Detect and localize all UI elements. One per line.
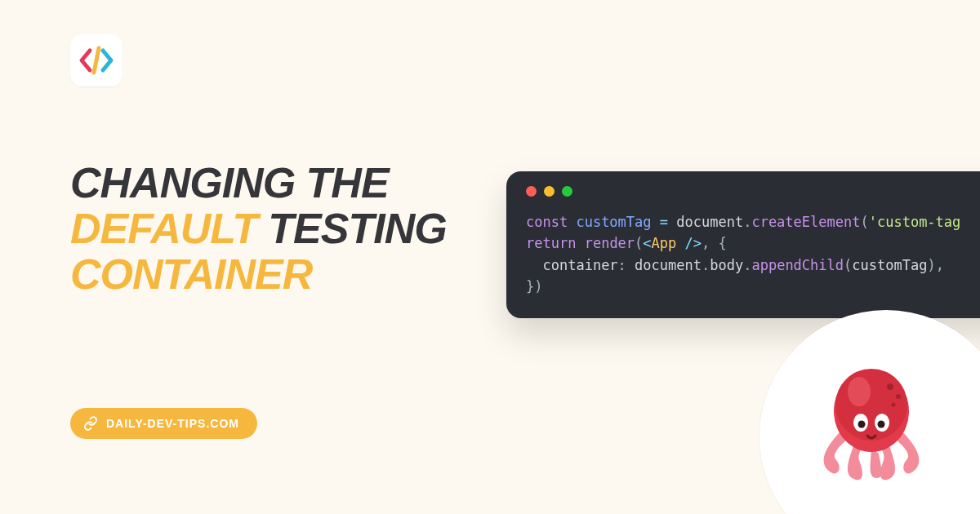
token-key: container	[542, 257, 617, 273]
site-link-label: DAILY-DEV-TIPS.COM	[106, 417, 239, 430]
token-string: 'custom-tag	[869, 214, 961, 230]
token-arg: customTag	[852, 257, 927, 273]
code-line-3: return render(<App />, {	[526, 233, 980, 254]
svg-point-4	[887, 383, 893, 390]
site-link[interactable]: DAILY-DEV-TIPS.COM	[70, 408, 257, 439]
token-function: createElement	[751, 214, 860, 230]
svg-point-3	[848, 377, 871, 406]
token-punct: (	[635, 235, 643, 251]
octopus-icon	[802, 348, 941, 486]
token-punct: , {	[702, 235, 727, 251]
code-brackets-icon	[78, 46, 114, 75]
code-preview-window: const customTag = document.createElement…	[506, 171, 980, 318]
svg-point-10	[878, 421, 885, 428]
title-word-5: container	[70, 250, 312, 298]
title-word-4: testing	[268, 205, 446, 252]
link-icon	[83, 416, 98, 431]
token-jsx: />	[685, 235, 702, 251]
token-operator: =	[660, 214, 676, 230]
page-title: Changing the default testing container	[70, 160, 462, 297]
title-word-1: Changing	[70, 159, 295, 206]
token-object: document	[635, 257, 702, 273]
svg-point-6	[892, 403, 896, 407]
token-punct: ),	[927, 257, 943, 273]
svg-point-9	[858, 421, 866, 428]
token-punct: (	[860, 214, 868, 230]
token-punct: })	[526, 278, 542, 295]
token-punct: .	[743, 257, 751, 273]
token-punct: .	[702, 257, 710, 273]
code-line-4: container: document.body.appendChild(cus…	[526, 255, 980, 276]
token-variable: customTag	[568, 214, 660, 230]
mascot-badge	[760, 310, 980, 514]
title-word-3: default	[70, 205, 257, 252]
site-logo	[70, 34, 122, 86]
token-keyword: return	[526, 235, 576, 251]
token-jsx: <	[643, 235, 651, 251]
token-punct: :	[618, 257, 635, 273]
token-jsx-name: App	[652, 235, 685, 251]
close-dot-icon	[526, 186, 537, 197]
title-word-2: the	[306, 159, 389, 206]
svg-point-2	[835, 369, 907, 441]
token-punct: (	[844, 257, 852, 273]
minimize-dot-icon	[544, 186, 555, 197]
token-indent	[526, 257, 542, 273]
token-function: render	[585, 235, 635, 251]
token-keyword: const	[526, 214, 568, 230]
token-function: appendChild	[751, 257, 844, 273]
token-punct: .	[743, 214, 751, 230]
svg-line-0	[94, 48, 99, 73]
token-object: document	[676, 214, 743, 230]
window-controls	[526, 186, 980, 197]
token-space	[576, 235, 584, 251]
zoom-dot-icon	[562, 186, 572, 197]
code-line-5: })	[526, 276, 980, 297]
code-line-1: const customTag = document.createElement…	[526, 211, 980, 233]
svg-point-5	[896, 394, 901, 399]
token-object: body	[710, 257, 743, 273]
